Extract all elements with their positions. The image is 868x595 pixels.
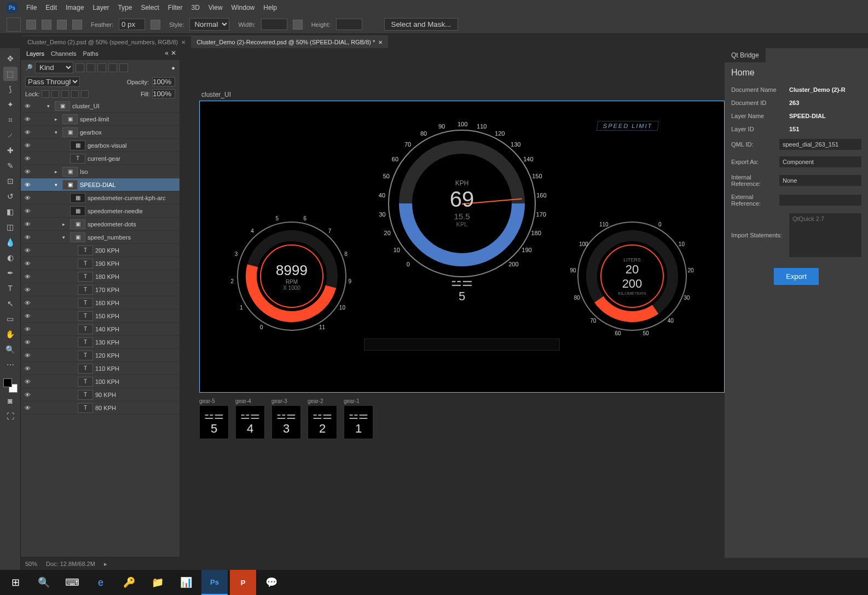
quickmask-icon[interactable]: ◙ xyxy=(3,394,18,408)
rectangle-tool-icon[interactable]: ▭ xyxy=(3,312,18,326)
layer-row[interactable]: 👁▦gearbox-visual xyxy=(21,139,180,152)
lock-position-icon[interactable] xyxy=(61,90,69,98)
lock-artboard-icon[interactable] xyxy=(71,90,79,98)
quick-select-tool-icon[interactable]: ✦ xyxy=(3,97,18,112)
visibility-icon[interactable]: 👁 xyxy=(23,155,32,162)
layer-row[interactable]: 👁▦speedometer-current-kph-arc xyxy=(21,191,180,205)
brush-tool-icon[interactable]: ✎ xyxy=(3,159,18,173)
visibility-icon[interactable]: 👁 xyxy=(23,300,32,306)
menu-window[interactable]: Window xyxy=(232,4,255,11)
layer-row[interactable]: 👁T170 KPH xyxy=(21,283,180,296)
select-and-mask-button[interactable]: Select and Mask... xyxy=(384,18,459,31)
property-input[interactable] xyxy=(779,175,861,186)
tab-channels[interactable]: Channels xyxy=(51,50,76,57)
layer-row[interactable]: 👁T100 KPH xyxy=(21,375,180,388)
layer-row[interactable]: 👁T160 KPH xyxy=(21,296,180,310)
layer-row[interactable]: 👁T190 KPH xyxy=(21,257,180,270)
layer-row[interactable]: 👁T150 KPH xyxy=(21,310,180,323)
close-panel-icon[interactable]: ✕ xyxy=(171,49,176,57)
intersect-selection-icon[interactable] xyxy=(72,20,82,30)
layer-row[interactable]: 👁T110 KPH xyxy=(21,362,180,375)
asset-thumbnail[interactable]: gear-2⚍⚌2 xyxy=(308,398,339,439)
artboard-label[interactable]: cluster_UI xyxy=(201,91,231,98)
new-selection-icon[interactable] xyxy=(26,20,36,30)
export-button[interactable]: Export xyxy=(774,268,819,285)
photoshop-icon[interactable]: Ps xyxy=(201,570,228,595)
tab-paths[interactable]: Paths xyxy=(83,50,99,57)
hand-tool-icon[interactable]: ✋ xyxy=(3,327,18,341)
screenmode-icon[interactable]: ⛶ xyxy=(3,409,18,423)
search-icon[interactable]: 🔍 xyxy=(31,570,57,595)
menu-help[interactable]: Help xyxy=(263,4,277,11)
dodge-tool-icon[interactable]: ◐ xyxy=(3,250,18,265)
collapse-panel-icon[interactable]: « xyxy=(165,49,169,57)
visibility-icon[interactable]: 👁 xyxy=(23,247,32,254)
layer-row[interactable]: 👁▸▣Iso xyxy=(21,165,180,178)
property-input[interactable] xyxy=(779,139,861,150)
layer-list[interactable]: 👁▾▣cluster_UI👁▸▣speed-limit👁▾▣gearbox👁▦g… xyxy=(21,100,180,557)
asset-thumbnail[interactable]: gear-4⚍⚌4 xyxy=(235,398,267,439)
edge-icon[interactable]: e xyxy=(88,570,114,595)
path-select-tool-icon[interactable]: ↖ xyxy=(3,296,18,311)
opacity-input[interactable] xyxy=(152,77,175,86)
color-swatches[interactable] xyxy=(3,378,18,393)
visibility-icon[interactable]: 👁 xyxy=(23,221,32,228)
style-select[interactable]: Normal xyxy=(189,18,229,31)
status-chevron-icon[interactable]: ▸ xyxy=(104,561,107,568)
filter-pixel-icon[interactable] xyxy=(76,63,84,72)
asset-thumbnail[interactable]: gear-5⚍⚌5 xyxy=(199,398,231,439)
visibility-icon[interactable]: 👁 xyxy=(23,287,32,293)
canvas-area[interactable]: cluster_UI SPEED LIMIT KPH 69 15.5 KPL 0… xyxy=(180,48,725,570)
add-selection-icon[interactable] xyxy=(42,20,51,30)
lock-pixels-icon[interactable] xyxy=(51,90,59,98)
close-icon[interactable]: ✕ xyxy=(181,39,186,45)
menu-edit[interactable]: Edit xyxy=(45,4,57,11)
menu-3d[interactable]: 3D xyxy=(191,4,199,11)
property-input[interactable] xyxy=(779,156,861,167)
qt-bridge-tab[interactable]: Qt Bridge xyxy=(725,48,766,62)
visibility-icon[interactable]: 👁 xyxy=(23,313,32,319)
pen-tool-icon[interactable]: ✒ xyxy=(3,266,18,280)
swap-dimensions-icon[interactable] xyxy=(293,20,303,30)
foreground-color-icon[interactable] xyxy=(3,378,12,387)
task-view-icon[interactable]: ⌨ xyxy=(59,570,85,595)
lasso-tool-icon[interactable]: ⟆ xyxy=(3,82,18,96)
visibility-icon[interactable]: 👁 xyxy=(23,405,32,411)
menu-image[interactable]: Image xyxy=(66,4,84,11)
marquee-tool-icon[interactable]: ⬚ xyxy=(3,67,18,81)
visibility-icon[interactable]: 👁 xyxy=(23,168,32,175)
filter-type-icon[interactable] xyxy=(97,63,106,72)
zoom-tool-icon[interactable]: 🔍 xyxy=(3,342,18,357)
file-explorer-icon[interactable]: 📁 xyxy=(144,570,171,595)
edit-toolbar-icon[interactable]: ⋯ xyxy=(3,358,18,372)
visibility-icon[interactable]: 👁 xyxy=(23,208,32,214)
visibility-icon[interactable]: 👁 xyxy=(23,365,32,372)
visibility-icon[interactable]: 👁 xyxy=(23,182,32,188)
menu-type[interactable]: Type xyxy=(118,4,132,11)
menu-file[interactable]: File xyxy=(26,4,37,11)
filter-shape-icon[interactable] xyxy=(108,63,117,72)
eraser-tool-icon[interactable]: ◧ xyxy=(3,205,18,219)
visibility-icon[interactable]: 👁 xyxy=(23,260,32,267)
app-icon-4[interactable]: 🔑 xyxy=(116,570,142,595)
asset-thumbnail[interactable]: gear-3⚍⚌3 xyxy=(271,398,303,439)
layer-row[interactable]: 👁▸▣speedometer-dots xyxy=(21,218,180,231)
app-icon-6[interactable]: 📊 xyxy=(173,570,199,595)
lock-transparent-icon[interactable] xyxy=(42,90,49,98)
menu-filter[interactable]: Filter xyxy=(168,4,183,11)
blend-mode-select[interactable]: Pass Through xyxy=(25,77,80,87)
visibility-icon[interactable]: 👁 xyxy=(23,116,32,122)
visibility-icon[interactable]: 👁 xyxy=(23,142,32,149)
healing-tool-icon[interactable]: ✚ xyxy=(3,143,18,158)
visibility-icon[interactable]: 👁 xyxy=(23,326,32,332)
fill-input[interactable] xyxy=(152,89,175,98)
powerpoint-icon[interactable]: P xyxy=(230,570,256,595)
artboard[interactable]: SPEED LIMIT KPH 69 15.5 KPL 010203040506… xyxy=(199,101,725,393)
filter-kind-select[interactable]: Kind xyxy=(35,62,73,73)
visibility-icon[interactable]: 👁 xyxy=(23,273,32,280)
asset-thumbnail[interactable]: gear-1⚍⚌1 xyxy=(344,398,375,439)
antialias-icon[interactable] xyxy=(151,20,160,30)
layer-row[interactable]: 👁Tcurrent-gear xyxy=(21,152,180,165)
tool-preview-icon[interactable] xyxy=(7,18,21,32)
visibility-icon[interactable]: 👁 xyxy=(23,378,32,385)
